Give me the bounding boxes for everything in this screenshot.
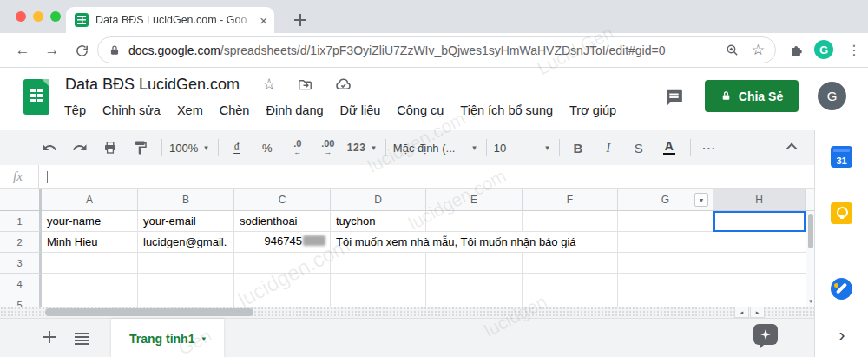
bookmark-star-button[interactable]: ☆ [752,41,765,59]
row-header-2[interactable]: 2 [0,232,42,253]
close-window-button[interactable] [16,11,26,22]
decrease-decimal-button[interactable]: .0← [286,136,309,159]
chevron-down-icon: ▾ [204,143,208,152]
format-currency-button[interactable]: ₫ [226,136,248,159]
cell-c2[interactable]: 946745 [234,235,328,248]
redo-button[interactable] [69,136,91,159]
font-select[interactable]: Mặc định (...▾ [393,136,477,159]
toolbar-divider [486,139,487,156]
vertical-scrollbar[interactable]: ▾ [806,211,814,307]
cell-c1[interactable]: sodienthoai [240,215,298,228]
horizontal-scrollbar-thumb[interactable] [45,308,253,316]
cell-b2[interactable]: lucidgen@gmail. [143,235,233,248]
sheet-tab-menu-icon[interactable]: ▾ [201,334,206,343]
maximize-window-button[interactable] [50,11,61,22]
hide-menus-button[interactable] [789,143,797,151]
cell-a2[interactable]: Minh Hieu [47,235,98,248]
menu-help[interactable]: Trợ giúp [569,103,616,117]
font-size-select[interactable]: 10▾ [494,136,549,159]
paint-format-button[interactable] [129,136,152,159]
logo-table [30,89,43,102]
more-formats-button[interactable]: 123▾ [347,136,376,159]
strikethrough-button[interactable]: S [628,136,650,159]
spreadsheet-grid[interactable]: 1 2 3 4 5 your-name your-email sodientho… [0,211,806,307]
bold-button[interactable]: B [567,136,589,159]
minimize-window-button[interactable] [33,11,43,22]
scroll-down-icon[interactable]: ▾ [806,295,815,307]
sheet-tab-active[interactable]: Trang tính1 ▾ [111,319,224,357]
print-button[interactable] [99,136,122,159]
menu-view[interactable]: Xem [177,103,203,117]
star-document-button[interactable]: ☆ [262,75,276,94]
selected-cell-h1[interactable] [713,211,806,232]
column-header-a[interactable]: A [42,189,138,211]
menu-tools[interactable]: Công cụ [397,103,444,117]
horizontal-scrollbar[interactable]: ◂ ▸ [0,307,814,318]
browser-tab[interactable]: Data BĐS LucidGen.com - Goo × [66,7,274,33]
tab-close-icon[interactable]: × [260,13,267,28]
back-button[interactable]: ← [12,40,33,61]
new-tab-button[interactable] [288,8,312,32]
column-header-b[interactable]: B [138,189,234,211]
format-percent-button[interactable]: % [256,136,279,159]
grammarly-extension-icon[interactable]: G [814,40,833,59]
more-toolbar-button[interactable]: ⋯ [698,136,720,159]
cell-d1[interactable]: tuychon [336,215,376,228]
column-dropdown-button[interactable]: ▾ [694,193,708,207]
scroll-left-icon[interactable]: ◂ [734,307,749,318]
formula-input-caret[interactable] [47,171,48,183]
column-header-f[interactable]: F [523,189,618,211]
extensions-button[interactable] [786,40,807,61]
reload-button[interactable] [71,40,92,61]
menu-bar: Tệp Chỉnh sửa Xem Chèn Định dạng Dữ liệu… [64,103,616,117]
comment-history-button[interactable] [663,87,685,109]
menu-addons[interactable]: Tiện ích bổ sung [460,103,553,117]
forward-button[interactable]: → [42,40,62,61]
reload-icon [75,43,89,58]
sheets-logo-icon[interactable] [23,79,49,115]
column-header-h[interactable]: H [713,189,806,211]
explore-button[interactable] [753,324,778,345]
all-sheets-button[interactable] [75,333,89,345]
column-header-filler [806,189,814,211]
italic-button[interactable]: I [597,136,620,159]
cell-d2[interactable]: Tôi muốn xem nhà mẫu, Tôi muốn nhận báo … [332,232,576,252]
column-headers: A B C D E F G▾ H [0,189,814,211]
menu-data[interactable]: Dữ liệu [340,103,381,117]
menu-file[interactable]: Tệp [64,103,86,117]
zoom-page-button[interactable] [725,43,740,57]
increase-decimal-button[interactable]: .00→ [317,136,339,159]
menu-edit[interactable]: Chỉnh sửa [102,103,161,117]
chevron-up-icon [786,143,798,155]
menu-insert[interactable]: Chèn [220,103,250,117]
cell-a1[interactable]: your-name [47,215,101,228]
row-header-4[interactable]: 4 [0,274,42,294]
tasks-icon[interactable] [831,278,852,300]
account-avatar[interactable]: G [818,82,846,110]
collapse-side-panel-button[interactable]: › [815,324,868,345]
column-header-d[interactable]: D [331,189,426,211]
scroll-right-icon[interactable]: ▸ [750,307,765,318]
toolbar-divider [161,139,162,156]
menu-format[interactable]: Định dạng [266,103,323,117]
text-color-button[interactable]: A [658,136,681,159]
zoom-select[interactable]: 100%▾ [169,136,208,159]
cell-b1[interactable]: your-email [143,215,196,228]
undo-button[interactable] [38,136,61,159]
select-all-corner[interactable] [0,189,42,211]
document-title[interactable]: Data BĐS LucidGen.com [65,76,240,94]
calendar-icon[interactable]: 31 [831,146,852,168]
column-header-e[interactable]: E [426,189,523,211]
row-header-1[interactable]: 1 [0,211,42,232]
column-header-c[interactable]: C [234,189,331,211]
add-sheet-button[interactable] [43,331,56,343]
save-status-button[interactable] [334,76,352,94]
move-to-folder-button[interactable] [297,76,313,93]
address-bar[interactable]: docs.google.com/spreadsheets/d/1ix7pF3Oy… [97,36,776,63]
browser-menu-button[interactable]: ⋮ [845,40,863,61]
column-header-g[interactable]: G▾ [618,189,713,211]
keep-icon[interactable] [831,202,852,224]
row-header-3[interactable]: 3 [0,253,42,274]
share-button[interactable]: Chia Sẻ [705,80,799,112]
vertical-scrollbar-thumb[interactable] [808,214,813,248]
